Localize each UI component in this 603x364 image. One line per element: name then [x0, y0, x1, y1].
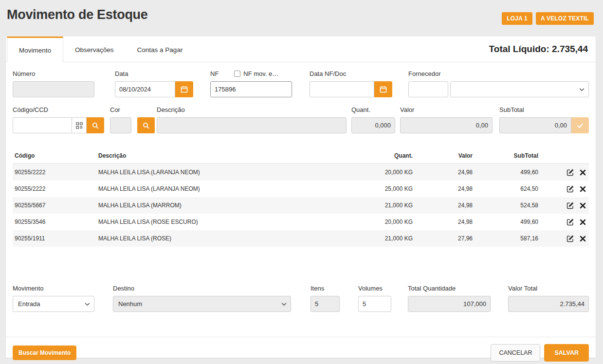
cell-descricao: MALHA LEILA LISA (MARROM) [96, 197, 301, 214]
movimento-label: Movimento [13, 285, 94, 292]
delete-row-button[interactable] [580, 169, 586, 176]
volumes-input[interactable] [358, 296, 391, 312]
header-actions [540, 148, 589, 164]
cell-subtotal: 524,58 [475, 197, 540, 214]
table-row: 90255/2222 MALHA LEILA LISA (LARANJA NEO… [13, 164, 589, 181]
cell-quant: 20,000 KG [301, 164, 415, 181]
nf-checkbox-label: NF mov. e… [243, 70, 278, 77]
destino-select: Nenhum [113, 296, 291, 312]
close-icon [580, 169, 586, 176]
store-button[interactable]: LOJA 1 [502, 12, 532, 25]
header-codigo: Código [13, 148, 96, 164]
edit-row-button[interactable] [566, 201, 574, 209]
codigo-label: Código/CCD [13, 106, 104, 113]
calendar-icon [380, 86, 387, 93]
search-icon [143, 122, 149, 129]
close-icon [580, 219, 586, 225]
tab-movimento[interactable]: Movimento [7, 36, 63, 62]
header-valor: Valor [415, 148, 475, 164]
cell-descricao: MALHA LEILA LISA (ROSE) [96, 230, 301, 247]
tab-contas-a-pagar[interactable]: Contas a Pagar [126, 36, 195, 62]
fornecedor-code-input[interactable] [408, 81, 448, 97]
numero-input [13, 81, 94, 97]
cell-quant: 21,000 KG [301, 230, 415, 247]
cell-codigo: 90255/2222 [13, 181, 96, 197]
edit-row-button[interactable] [566, 168, 574, 176]
valor-input [400, 117, 493, 133]
header-buttons: LOJA 1 A VELOZ TEXTIL [502, 12, 594, 25]
page-title: Movimento de Estoque [7, 7, 148, 22]
volumes-label: Volumes [358, 285, 391, 292]
destino-selected-value: Nenhum [118, 300, 142, 308]
table-header-row: Código Descrição Quant. Valor SubTotal [13, 148, 589, 164]
edit-icon [566, 201, 574, 209]
cell-subtotal: 499,60 [475, 164, 540, 181]
cor-label: Cor [110, 106, 155, 113]
quant-label: Quant. [351, 106, 395, 113]
close-icon [580, 186, 586, 192]
data-nf-input[interactable] [310, 81, 374, 97]
stock-movement-card: Movimento Observações Contas a Pagar Tot… [6, 36, 596, 358]
edit-icon [566, 235, 574, 242]
subtotal-label: SubTotal [499, 106, 589, 113]
confirm-item-button[interactable] [571, 117, 589, 133]
data-nf-calendar-button[interactable] [374, 81, 392, 97]
fornecedor-label: Fornecedor [408, 70, 589, 77]
fornecedor-select[interactable] [450, 81, 589, 97]
cell-valor: 27,96 [415, 230, 475, 247]
right-actions: CANCELAR SALVAR [491, 344, 589, 362]
qrcode-icon [76, 122, 83, 129]
nf-checkbox[interactable] [234, 71, 240, 77]
company-button[interactable]: A VELOZ TEXTIL [536, 12, 594, 25]
codigo-search-button[interactable] [87, 117, 104, 133]
destino-label: Destino [113, 285, 291, 292]
cor-search-button[interactable] [137, 117, 155, 133]
data-input[interactable] [115, 81, 175, 97]
tab-observacoes[interactable]: Observações [63, 36, 126, 62]
edit-icon [566, 185, 574, 193]
form-row-1: Número Data NF [6, 70, 596, 97]
cell-quant: 20,000 KG [301, 214, 415, 230]
edit-row-button[interactable] [566, 185, 574, 193]
edit-icon [566, 218, 574, 226]
delete-row-button[interactable] [580, 219, 586, 225]
salvar-button[interactable]: SALVAR [544, 344, 589, 362]
stock-table-body: 90255/2222 MALHA LEILA LISA (LARANJA NEO… [13, 164, 589, 247]
delete-row-button[interactable] [580, 236, 586, 242]
cell-subtotal: 499,60 [475, 214, 540, 230]
table-row: 90255/2222 MALHA LEILA LISA (LARANJA NEO… [13, 181, 589, 197]
data-label: Data [115, 70, 193, 77]
calendar-icon [181, 86, 188, 93]
header-descricao: Descrição [96, 148, 301, 164]
cancelar-button[interactable]: CANCELAR [491, 344, 540, 362]
close-icon [580, 202, 586, 209]
data-calendar-button[interactable] [175, 81, 193, 97]
total-quantidade-label: Total Quantidade [408, 285, 491, 292]
cell-subtotal: 587,16 [475, 230, 540, 247]
cell-codigo: 90255/3546 [13, 214, 96, 230]
numero-label: Número [13, 70, 94, 77]
subtotal-input [499, 117, 571, 133]
nf-input[interactable] [210, 81, 292, 97]
cell-descricao: MALHA LEILA LISA (ROSE ESCURO) [96, 214, 301, 230]
itens-input [311, 296, 340, 312]
data-nf-label: Data NF/Doc [310, 70, 392, 77]
descricao-input [157, 117, 347, 133]
edit-row-button[interactable] [566, 235, 574, 242]
form-row-2: Código/CCD Cor [6, 106, 596, 133]
items-table: Código Descrição Quant. Valor SubTotal 9… [13, 148, 589, 247]
delete-row-button[interactable] [580, 202, 586, 209]
buscar-movimento-button[interactable]: Buscar Movimento [13, 346, 76, 360]
barcode-button[interactable] [72, 117, 87, 133]
chevron-down-icon [281, 303, 287, 306]
header-quant: Quant. [301, 148, 415, 164]
cell-subtotal: 624,50 [475, 181, 540, 197]
header-subtotal: SubTotal [475, 148, 540, 164]
delete-row-button[interactable] [580, 186, 586, 192]
cell-codigo: 90255/2222 [13, 164, 96, 181]
tab-bar: Movimento Observações Contas a Pagar Tot… [6, 36, 596, 62]
nf-checkbox-wrap: NF mov. e… [234, 70, 278, 77]
codigo-input[interactable] [13, 117, 72, 133]
edit-row-button[interactable] [566, 218, 574, 226]
movimento-select[interactable]: Entrada [13, 296, 94, 312]
